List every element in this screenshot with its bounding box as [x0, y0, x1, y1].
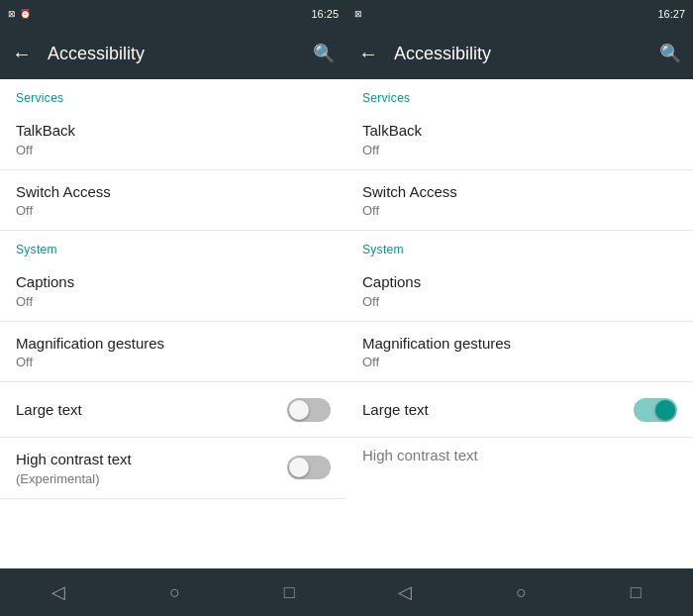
captions-subtitle-right: Off: [362, 294, 677, 309]
large-text-title-left: Large text: [16, 400, 287, 420]
nav-home-left[interactable]: ○: [149, 574, 200, 611]
section-header-services-right: Services: [346, 79, 693, 109]
large-text-item-right[interactable]: Large text: [346, 382, 693, 438]
large-text-toggle-right[interactable]: [634, 398, 677, 422]
talkback-title-left: TalkBack: [16, 121, 331, 141]
magnification-subtitle-left: Off: [16, 355, 331, 369]
magnification-subtitle-right: Off: [362, 355, 677, 369]
large-text-toggle-knob-right: [655, 400, 675, 420]
switch-access-item-right[interactable]: Switch Access Off: [346, 170, 693, 232]
phone-panel-left: ⊠ ⏰ 16:25 ← Accessibility 🔍 Services Tal…: [0, 0, 346, 616]
high-contrast-item-right[interactable]: High contrast text: [346, 438, 693, 493]
captions-text-left: Captions Off: [16, 272, 331, 309]
app-bar-title-right: Accessibility: [394, 44, 659, 64]
back-button-left[interactable]: ←: [12, 43, 32, 65]
talkback-text-left: TalkBack Off: [16, 121, 331, 157]
magnification-title-right: Magnification gestures: [362, 334, 677, 354]
large-text-text-left: Large text: [16, 400, 287, 420]
talkback-text-right: TalkBack Off: [362, 121, 677, 157]
large-text-toggle-left[interactable]: [287, 398, 331, 422]
section-header-system-right: System: [346, 231, 693, 260]
switch-access-text-left: Switch Access Off: [16, 182, 331, 219]
captions-subtitle-left: Off: [16, 294, 331, 309]
status-time-left: 16:25: [311, 8, 339, 20]
search-button-right[interactable]: 🔍: [659, 43, 681, 64]
msg-icon: ⊠: [8, 9, 16, 19]
status-bar-right-left-icons: ⊠: [354, 9, 362, 19]
high-contrast-toggle-knob-left: [289, 458, 309, 477]
captions-text-right: Captions Off: [362, 272, 677, 309]
nav-recent-left[interactable]: □: [264, 574, 315, 611]
nav-back-left[interactable]: ◁: [32, 573, 85, 611]
status-bar-right: ⊠ 16:27: [346, 0, 693, 28]
talkback-subtitle-right: Off: [362, 143, 677, 157]
high-contrast-text-right: High contrast text: [362, 446, 677, 465]
nav-bar-right: ◁ ○ □: [346, 568, 693, 616]
msg-icon-right: ⊠: [354, 9, 362, 19]
talkback-item-left[interactable]: TalkBack Off: [0, 109, 346, 170]
app-bar-left: ← Accessibility 🔍: [0, 28, 346, 79]
nav-recent-right[interactable]: □: [611, 574, 661, 611]
talkback-title-right: TalkBack: [362, 121, 677, 141]
high-contrast-subtitle-left: (Experimental): [16, 471, 287, 486]
talkback-subtitle-left: Off: [16, 143, 331, 157]
magnification-title-left: Magnification gestures: [16, 334, 331, 354]
status-bar-left-icons: ⊠ ⏰: [8, 9, 31, 19]
magnification-item-right[interactable]: Magnification gestures Off: [346, 322, 693, 383]
captions-item-right[interactable]: Captions Off: [346, 260, 693, 322]
magnification-text-left: Magnification gestures Off: [16, 334, 331, 370]
status-bar-left: ⊠ ⏰ 16:25: [0, 0, 346, 28]
phone-panel-right: ⊠ 16:27 ← Accessibility 🔍 Services TalkB…: [346, 0, 693, 616]
content-right: Services TalkBack Off Switch Access Off …: [346, 79, 693, 568]
high-contrast-item-left[interactable]: High contrast text (Experimental): [0, 438, 346, 499]
large-text-title-right: Large text: [362, 400, 634, 420]
nav-bar-left: ◁ ○ □: [0, 568, 346, 616]
status-bar-right-right-icons: 16:27: [657, 8, 685, 20]
app-bar-right: ← Accessibility 🔍: [346, 28, 693, 79]
nav-home-right[interactable]: ○: [496, 574, 546, 611]
nav-back-right[interactable]: ◁: [378, 573, 432, 611]
alarm-icon: ⏰: [20, 9, 31, 19]
switch-access-subtitle-right: Off: [362, 203, 677, 218]
switch-access-item-left[interactable]: Switch Access Off: [0, 170, 346, 232]
large-text-text-right: Large text: [362, 400, 634, 420]
content-left: Services TalkBack Off Switch Access Off …: [0, 79, 346, 568]
switch-access-title-left: Switch Access: [16, 182, 331, 202]
status-time-right: 16:27: [657, 8, 685, 20]
status-bar-right-icons: 16:25: [311, 8, 339, 20]
switch-access-subtitle-left: Off: [16, 203, 331, 218]
large-text-toggle-knob-left: [289, 400, 309, 420]
captions-title-left: Captions: [16, 272, 331, 292]
high-contrast-title-right: High contrast text: [362, 446, 677, 465]
magnification-text-right: Magnification gestures Off: [362, 334, 677, 370]
switch-access-text-right: Switch Access Off: [362, 182, 677, 219]
high-contrast-title-left: High contrast text: [16, 450, 287, 469]
section-header-services-left: Services: [0, 79, 346, 109]
captions-item-left[interactable]: Captions Off: [0, 260, 346, 322]
back-button-right[interactable]: ←: [358, 43, 378, 65]
captions-title-right: Captions: [362, 272, 677, 292]
high-contrast-text-left: High contrast text (Experimental): [16, 450, 287, 486]
search-button-left[interactable]: 🔍: [313, 43, 335, 64]
talkback-item-right[interactable]: TalkBack Off: [346, 109, 693, 170]
magnification-item-left[interactable]: Magnification gestures Off: [0, 322, 346, 383]
app-bar-title-left: Accessibility: [48, 44, 313, 64]
large-text-item-left[interactable]: Large text: [0, 382, 346, 438]
section-header-system-left: System: [0, 231, 346, 260]
switch-access-title-right: Switch Access: [362, 182, 677, 202]
high-contrast-toggle-left[interactable]: [287, 456, 331, 479]
